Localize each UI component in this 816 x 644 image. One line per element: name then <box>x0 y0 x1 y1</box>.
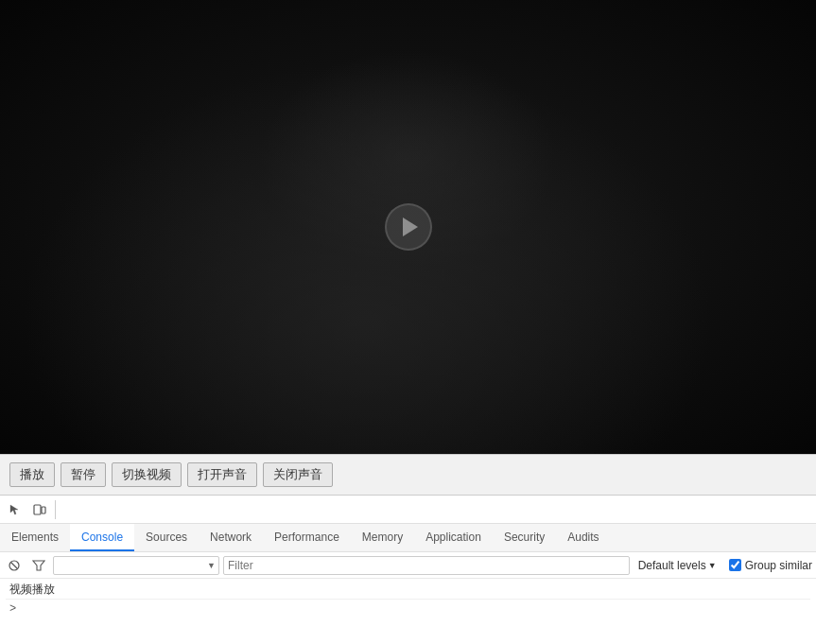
console-prompt-line[interactable]: > <box>6 600 810 618</box>
open-sound-button[interactable]: 打开声音 <box>187 462 257 487</box>
svg-rect-1 <box>42 507 45 513</box>
tab-console[interactable]: Console <box>70 524 134 551</box>
filter-input[interactable] <box>223 556 630 575</box>
filter-toggle-icon[interactable] <box>28 555 49 576</box>
play-button-overlay[interactable] <box>385 203 432 251</box>
filter-bar: top ▼ Default levels ▼ Group similar <box>0 552 816 579</box>
default-levels-button[interactable]: Default levels ▼ <box>634 557 721 574</box>
toolbar-divider <box>55 500 56 519</box>
play-button[interactable]: 播放 <box>9 462 55 487</box>
tab-audits[interactable]: Audits <box>556 524 610 551</box>
tab-network[interactable]: Network <box>199 524 263 551</box>
tab-application[interactable]: Application <box>414 524 493 551</box>
console-log-text: 视频播放 <box>9 582 55 598</box>
devtools-toolbar <box>0 496 816 524</box>
tab-sources[interactable]: Sources <box>134 524 199 551</box>
devtools-tabs-row: Elements Console Sources Network Perform… <box>0 524 816 552</box>
context-selector[interactable]: top ▼ <box>53 556 219 575</box>
prompt-arrow-icon: > <box>9 602 16 616</box>
svg-line-3 <box>11 563 17 568</box>
console-log-line: 视频播放 <box>6 581 810 600</box>
device-toolbar-icon[interactable] <box>28 498 51 521</box>
svg-rect-0 <box>34 505 41 514</box>
default-levels-dropdown[interactable]: Default levels ▼ <box>634 557 721 574</box>
tab-performance[interactable]: Performance <box>263 524 351 551</box>
console-output: 视频播放 > <box>0 579 816 644</box>
tab-security[interactable]: Security <box>493 524 556 551</box>
context-input[interactable]: top <box>53 556 219 575</box>
close-sound-button[interactable]: 关闭声音 <box>263 462 333 487</box>
group-similar-checkbox[interactable] <box>729 559 741 571</box>
video-player <box>0 0 816 454</box>
default-levels-label: Default levels <box>638 559 706 572</box>
tab-elements[interactable]: Elements <box>0 524 70 551</box>
video-controls-bar: 播放 暂停 切换视频 打开声音 关闭声音 <box>0 454 816 495</box>
levels-chevron-icon: ▼ <box>708 561 717 570</box>
svg-marker-4 <box>33 561 44 570</box>
inspect-element-icon[interactable] <box>4 498 26 521</box>
clear-console-icon[interactable] <box>4 555 25 576</box>
pause-button[interactable]: 暂停 <box>61 462 106 487</box>
group-similar-text: Group similar <box>745 559 812 572</box>
devtools-panel: Elements Console Sources Network Perform… <box>0 495 816 644</box>
play-triangle-icon <box>403 218 418 236</box>
group-similar-label[interactable]: Group similar <box>729 559 812 572</box>
tab-memory[interactable]: Memory <box>351 524 414 551</box>
switch-video-button[interactable]: 切换视频 <box>112 462 182 487</box>
